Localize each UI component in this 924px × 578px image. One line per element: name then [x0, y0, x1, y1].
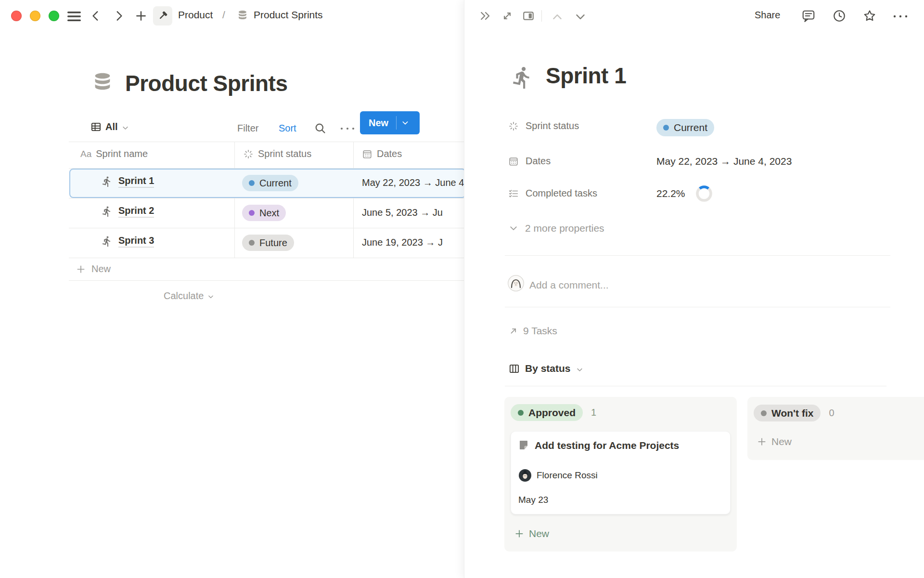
- runner-icon: [101, 236, 113, 247]
- panel-page-title[interactable]: Sprint 1: [546, 63, 626, 89]
- share-button[interactable]: Share: [755, 10, 780, 21]
- table-column-divider[interactable]: [353, 142, 354, 258]
- board-card[interactable]: Add testing for Acme Projects Florence R…: [511, 431, 731, 514]
- calendar-icon: [362, 149, 372, 159]
- view-tab-label: All: [105, 121, 118, 132]
- chevron-down-icon[interactable]: [574, 11, 587, 23]
- table-row-sprint-2[interactable]: Sprint 2: [101, 205, 154, 218]
- property-label-dates[interactable]: Dates: [508, 156, 551, 167]
- property-label: Completed tasks: [526, 188, 597, 199]
- table-column-divider[interactable]: [234, 142, 235, 258]
- breadcrumb-page-chip[interactable]: [153, 6, 172, 26]
- status-dot: [249, 180, 255, 186]
- table-new-row-label: New: [91, 263, 111, 275]
- search-icon[interactable]: [314, 122, 327, 135]
- column-header-dates[interactable]: Dates: [362, 148, 402, 159]
- property-value-dates[interactable]: May 22, 2023 → June 4, 2023: [656, 156, 792, 167]
- add-comment-input[interactable]: Add a comment...: [529, 279, 609, 291]
- comment-icon[interactable]: [801, 9, 816, 23]
- page-icon-database[interactable]: [91, 70, 114, 94]
- card-title[interactable]: Add testing for Acme Projects: [535, 439, 679, 451]
- more-icon[interactable]: [893, 14, 908, 18]
- side-peek-icon[interactable]: [522, 10, 535, 22]
- chevron-down-icon[interactable]: [401, 119, 409, 127]
- row-title[interactable]: Sprint 2: [118, 205, 154, 218]
- divider: [505, 307, 890, 307]
- card-title-row: Add testing for Acme Projects: [518, 439, 679, 451]
- calendar-icon: [508, 156, 519, 167]
- status-dot: [518, 410, 524, 416]
- property-label-sprint-status[interactable]: Sprint status: [508, 120, 579, 131]
- board-new-card-button[interactable]: New: [514, 528, 549, 539]
- row-title[interactable]: Sprint 3: [118, 235, 154, 248]
- table-border: [69, 280, 464, 281]
- breadcrumb-page[interactable]: Product: [178, 9, 213, 21]
- status-dot: [761, 410, 767, 416]
- tasks-linked-db-title[interactable]: 9 Tasks: [509, 325, 557, 337]
- plus-icon: [76, 264, 86, 274]
- expand-icon[interactable]: [501, 10, 513, 22]
- table-border: [69, 142, 464, 142]
- more-properties-label: 2 more properties: [525, 223, 604, 234]
- group-count: 1: [591, 407, 596, 418]
- arrow-up-right-icon: [509, 326, 518, 336]
- header-divider: [541, 10, 542, 22]
- table-view-icon: [90, 121, 102, 132]
- dates-cell[interactable]: June 19, 2023 → J: [362, 237, 443, 248]
- breadcrumb-separator: /: [218, 9, 230, 21]
- new-page-plus-icon[interactable]: [135, 10, 147, 22]
- hamburger-icon[interactable]: [67, 10, 81, 23]
- zoom-window-button[interactable]: [49, 11, 59, 21]
- table-border: [69, 228, 464, 228]
- board-new-card-button[interactable]: New: [757, 436, 792, 447]
- status-cell[interactable]: Current: [242, 175, 298, 191]
- property-label: Dates: [526, 156, 551, 167]
- row-title[interactable]: Sprint 1: [118, 175, 154, 188]
- breadcrumb-current[interactable]: Product Sprints: [254, 9, 323, 21]
- forward-icon[interactable]: [113, 10, 125, 22]
- avatar: [508, 275, 524, 291]
- back-icon[interactable]: [90, 10, 102, 22]
- board-view-label: By status: [525, 363, 571, 374]
- board-new-card-label: New: [771, 436, 792, 447]
- group-name: Approved: [528, 407, 576, 419]
- sort-button[interactable]: Sort: [279, 123, 296, 134]
- star-icon[interactable]: [862, 9, 877, 23]
- more-properties-toggle[interactable]: 2 more properties: [509, 223, 604, 234]
- filter-button[interactable]: Filter: [237, 123, 258, 134]
- property-value-completed-tasks[interactable]: 22.2%: [656, 188, 685, 199]
- calculate-button[interactable]: Calculate: [164, 290, 214, 302]
- column-header-sprint-name[interactable]: Aa Sprint name: [80, 148, 148, 159]
- runner-icon[interactable]: [510, 66, 534, 90]
- chevron-up-icon[interactable]: [551, 11, 564, 23]
- board-group-header[interactable]: Won't fix 0: [754, 405, 834, 421]
- close-window-button[interactable]: [11, 11, 22, 21]
- table-border: [69, 258, 464, 258]
- property-label-completed-tasks[interactable]: Completed tasks: [508, 188, 597, 199]
- board-view-tab[interactable]: By status: [509, 363, 583, 374]
- more-icon[interactable]: [340, 127, 355, 131]
- property-value-sprint-status[interactable]: Current: [656, 119, 714, 136]
- divider: [505, 386, 886, 386]
- clock-icon[interactable]: [832, 9, 847, 23]
- table-row-sprint-1[interactable]: Sprint 1: [101, 175, 154, 188]
- status-dot: [663, 125, 669, 131]
- status-cell[interactable]: Future: [242, 235, 294, 251]
- dates-cell[interactable]: June 5, 2023 → Ju: [362, 207, 443, 218]
- table-new-row-button[interactable]: New: [76, 263, 111, 275]
- table-row-sprint-3[interactable]: Sprint 3: [101, 235, 154, 248]
- status-dot: [249, 210, 255, 216]
- board-group-header[interactable]: Approved 1: [511, 404, 596, 421]
- chevron-down-icon: [122, 124, 129, 131]
- column-header-label: Sprint name: [96, 148, 148, 159]
- dates-cell[interactable]: May 22, 2023 → June 4, 2023: [362, 177, 464, 188]
- column-header-sprint-status[interactable]: Sprint status: [243, 148, 311, 159]
- double-chevron-right-icon[interactable]: [479, 9, 492, 23]
- status-cell[interactable]: Next: [242, 205, 286, 221]
- status-icon: [243, 149, 254, 159]
- view-tab-all[interactable]: All: [90, 121, 129, 132]
- status-icon: [508, 121, 519, 131]
- minimize-window-button[interactable]: [30, 11, 40, 21]
- new-button[interactable]: New: [360, 111, 420, 134]
- page-title[interactable]: Product Sprints: [125, 70, 288, 96]
